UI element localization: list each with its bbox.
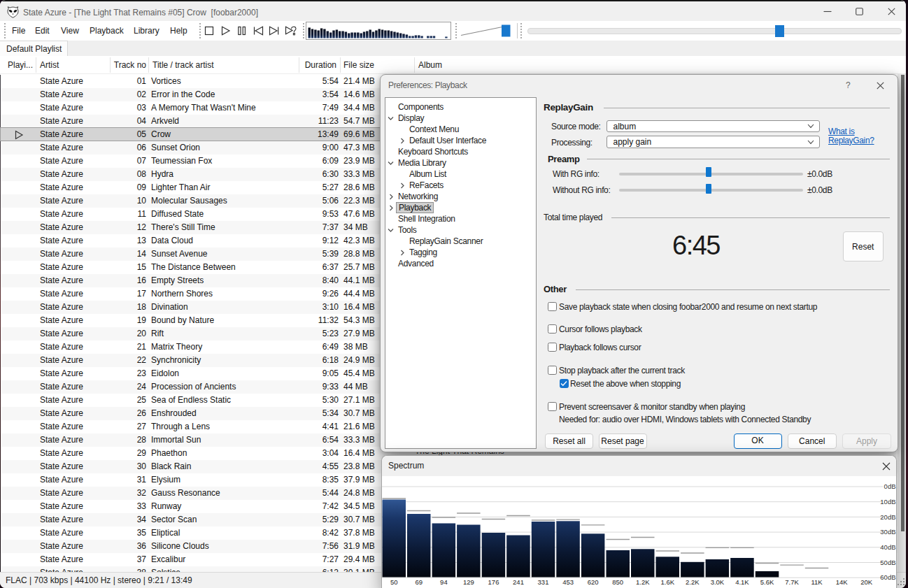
svg-text:50dB: 50dB — [880, 559, 895, 566]
svg-text:3.0K: 3.0K — [711, 578, 725, 586]
svg-text:20K: 20K — [860, 578, 873, 586]
svg-text:176: 176 — [488, 578, 499, 586]
svg-text:11K: 11K — [811, 578, 823, 586]
svg-text:1.2K: 1.2K — [636, 578, 650, 586]
svg-text:1.6K: 1.6K — [661, 578, 675, 586]
svg-text:129: 129 — [463, 578, 474, 586]
svg-text:7.7K: 7.7K — [785, 578, 799, 586]
svg-text:69: 69 — [416, 578, 423, 586]
svg-text:14K: 14K — [836, 578, 849, 586]
svg-text:241: 241 — [513, 578, 524, 586]
svg-text:453: 453 — [562, 578, 574, 586]
svg-text:60dB: 60dB — [880, 573, 895, 581]
svg-text:20dB: 20dB — [880, 513, 895, 521]
svg-text:850: 850 — [612, 578, 623, 586]
svg-text:331: 331 — [538, 578, 549, 586]
svg-text:0dB: 0dB — [884, 482, 896, 490]
svg-text:2.2K: 2.2K — [686, 578, 700, 586]
svg-text:94: 94 — [440, 578, 448, 586]
svg-text:620: 620 — [588, 578, 599, 586]
svg-text:10dB: 10dB — [880, 498, 895, 505]
svg-text:40dB: 40dB — [880, 543, 895, 551]
svg-text:30dB: 30dB — [880, 528, 895, 536]
svg-text:50: 50 — [390, 578, 398, 586]
svg-text:5.6K: 5.6K — [760, 578, 774, 586]
svg-text:4.1K: 4.1K — [735, 578, 749, 586]
